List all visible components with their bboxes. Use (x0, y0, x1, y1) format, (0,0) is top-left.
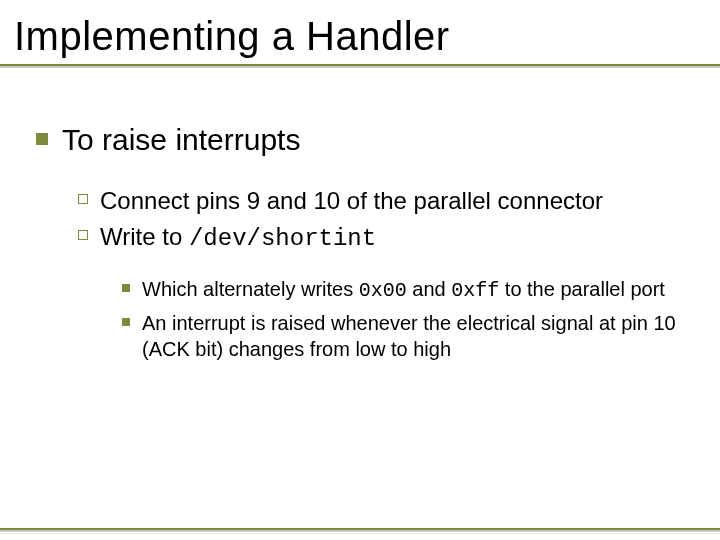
footer-divider-shadow (0, 533, 720, 534)
text-run: and (407, 278, 451, 300)
square-bullet-icon (36, 133, 48, 145)
code-text: /dev/shortint (189, 225, 376, 252)
text-run: Which alternately writes (142, 278, 359, 300)
lvl3-group: Which alternately writes 0x00 and 0xff t… (78, 260, 684, 362)
slide-body: To raise interrupts Connect pins 9 and 1… (0, 64, 720, 362)
list-item: To raise interrupts (36, 122, 684, 158)
list-item: An interrupt is raised whenever the elec… (122, 310, 684, 362)
list-item: Which alternately writes 0x00 and 0xff t… (122, 276, 684, 304)
code-text: 0xff (451, 279, 499, 302)
lvl2-text: Connect pins 9 and 10 of the parallel co… (100, 186, 603, 216)
code-text: 0x00 (359, 279, 407, 302)
footer-divider (0, 528, 720, 530)
list-item: Connect pins 9 and 10 of the parallel co… (78, 186, 684, 216)
text-run: to the parallel port (499, 278, 665, 300)
lvl3-text: Which alternately writes 0x00 and 0xff t… (142, 276, 665, 304)
open-square-bullet-icon (78, 230, 88, 240)
lvl2-group: Connect pins 9 and 10 of the parallel co… (36, 186, 684, 362)
lvl2-text: Write to /dev/shortint (100, 222, 376, 254)
slide: Implementing a Handler To raise interrup… (0, 0, 720, 540)
lvl1-text: To raise interrupts (62, 122, 300, 158)
open-square-bullet-icon (78, 194, 88, 204)
title-area: Implementing a Handler (0, 0, 720, 64)
footer-divider-shadow (0, 530, 720, 532)
square-bullet-icon (122, 284, 130, 292)
text-run: Write to (100, 223, 189, 250)
square-bullet-icon (122, 318, 130, 326)
lvl3-text: An interrupt is raised whenever the elec… (142, 310, 684, 362)
slide-title: Implementing a Handler (14, 14, 720, 64)
title-underline-shadow (0, 66, 720, 68)
list-item: Write to /dev/shortint (78, 222, 684, 254)
